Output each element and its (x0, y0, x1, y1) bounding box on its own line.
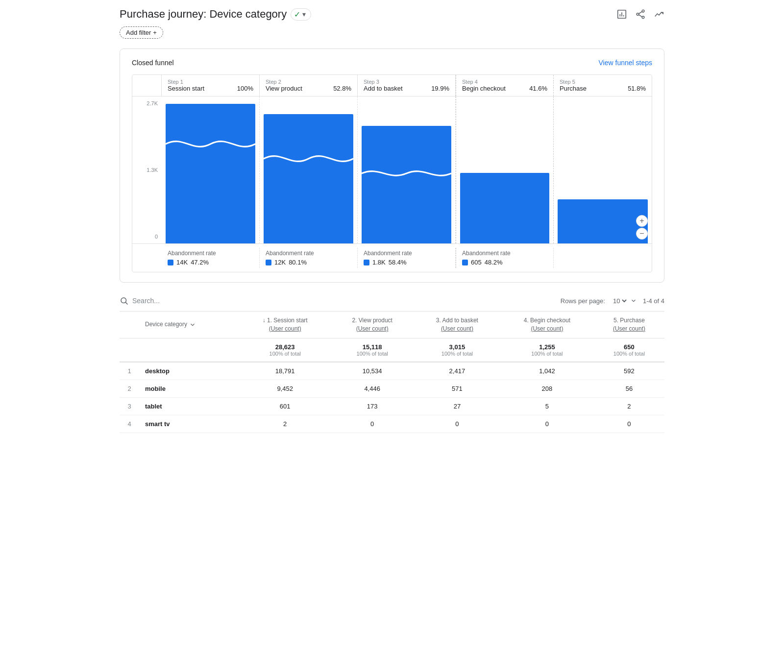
th-view-product: 2. View product (User count) (330, 312, 414, 338)
y-axis-top: 2.7K (134, 100, 158, 106)
bar-5 (558, 199, 648, 243)
session-start-1: 18,791 (240, 362, 331, 380)
y-axis: 2.7K 1.3K 0 (132, 96, 162, 243)
funnel-card-title: Closed funnel (132, 59, 174, 67)
abandonment-value-3: 1.8K 58.4% (364, 259, 449, 266)
zoom-in-button[interactable]: + (636, 215, 648, 227)
funnel-card-header: Closed funnel View funnel steps (132, 59, 652, 67)
abandonment-label-1: Abandonment rate (168, 250, 253, 257)
begin-checkout-2: 208 (500, 380, 594, 397)
page-header: Purchase journey: Device category ✓ ▾ (120, 8, 664, 21)
step-pct-4: 41.6% (529, 85, 547, 92)
step-name-4: Begin checkout (462, 85, 506, 92)
th-session-label: ↓ 1. Session start (245, 316, 325, 325)
total-purchase-value: 650 (624, 343, 635, 351)
th-device-label: Device category (145, 320, 187, 329)
th-view-sub: (User count) (336, 325, 408, 333)
bar-2 (264, 114, 353, 243)
abandonment-label-3: Abandonment rate (364, 250, 449, 257)
status-badge[interactable]: ✓ ▾ (291, 8, 311, 21)
funnel-card: Closed funnel View funnel steps Step 1 S… (120, 48, 664, 283)
purchase-2: 56 (594, 380, 664, 397)
table-row: 2 mobile 9,452 4,446 571 208 56 (120, 380, 664, 397)
add-basket-1: 2,417 (414, 362, 500, 380)
device-name-2: mobile (145, 385, 166, 392)
th-session-start: ↓ 1. Session start (User count) (240, 312, 331, 338)
add-filter-label: Add filter (126, 29, 151, 36)
share-icon-button[interactable] (635, 9, 646, 20)
add-basket-2: 571 (414, 380, 500, 397)
abandonment-pct-3: 58.4% (389, 259, 407, 266)
funnel-bars-area: 2.7K 1.3K 0 (132, 96, 652, 243)
begin-checkout-3: 5 (500, 397, 594, 415)
abandonment-cell-3: Abandonment rate 1.8K 58.4% (358, 248, 456, 268)
pagination-label: 1-4 of 4 (643, 297, 664, 305)
device-cell-3: tablet (139, 397, 240, 415)
rows-per-page-control: 10 25 50 (611, 297, 637, 305)
abandonment-label-2: Abandonment rate (266, 250, 351, 257)
total-session-start: 28,623 100% of total (240, 338, 331, 362)
th-basket-label: 3. Add to basket (420, 316, 494, 325)
abandonment-cell-5 (554, 248, 652, 268)
step-label-5: Step 5 (560, 79, 646, 85)
abandonment-pct-2: 80.1% (289, 259, 307, 266)
view-product-2: 4,446 (330, 380, 414, 397)
th-add-basket: 3. Add to basket (User count) (414, 312, 500, 338)
table-header-row: Device category ↓ 1. Session start (User… (120, 312, 664, 338)
view-funnel-steps-link[interactable]: View funnel steps (599, 59, 652, 67)
table-section: Rows per page: 10 25 50 1-4 of 4 (120, 290, 664, 433)
add-filter-button[interactable]: Add filter + (120, 26, 163, 39)
data-table: Device category ↓ 1. Session start (User… (120, 312, 664, 433)
bar-col-3 (358, 96, 456, 243)
y-axis-bottom: 0 (134, 234, 158, 240)
add-basket-4: 0 (414, 415, 500, 432)
step-pct-2: 52.8% (333, 85, 351, 92)
total-view-value: 15,118 (363, 343, 382, 351)
step-name-5: Purchase (560, 85, 587, 92)
begin-checkout-1: 1,042 (500, 362, 594, 380)
add-basket-3: 27 (414, 397, 500, 415)
device-cell-2: mobile (139, 380, 240, 397)
abandonment-count-2: 12K (274, 259, 286, 266)
th-view-label: 2. View product (336, 316, 408, 325)
total-checkout-value: 1,255 (539, 343, 555, 351)
step-label-2: Step 2 (266, 79, 351, 85)
view-product-4: 0 (330, 415, 414, 432)
table-toolbar: Rows per page: 10 25 50 1-4 of 4 (120, 290, 664, 312)
abandonment-count-3: 1.8K (372, 259, 386, 266)
purchase-4: 0 (594, 415, 664, 432)
step-pct-3: 19.9% (431, 85, 449, 92)
abandonment-pct-1: 47.2% (191, 259, 209, 266)
device-cell-1: desktop (139, 362, 240, 380)
abandonment-value-1: 14K 47.2% (168, 259, 253, 266)
search-icon (120, 296, 128, 305)
trend-icon-button[interactable] (654, 9, 664, 20)
svg-line-10 (125, 302, 127, 304)
th-begin-checkout: 4. Begin checkout (User count) (500, 312, 594, 338)
step-pct-5: 51.8% (628, 85, 646, 92)
abandonment-label-4: Abandonment rate (462, 250, 547, 257)
blue-square-4 (462, 260, 468, 265)
search-area (120, 296, 279, 305)
device-col-sort[interactable]: Device category (145, 320, 234, 329)
table-total-row: 28,623 100% of total 15,118 100% of tota… (120, 338, 664, 362)
zoom-out-button[interactable]: − (636, 228, 648, 240)
search-input[interactable] (132, 297, 279, 305)
chart-icon-button[interactable] (616, 9, 627, 20)
step-label-4: Step 4 (462, 79, 547, 85)
total-basket-value: 3,015 (449, 343, 466, 351)
th-device[interactable]: Device category (139, 312, 240, 338)
device-sort-chevron-icon (189, 321, 196, 328)
pagination-area: Rows per page: 10 25 50 1-4 of 4 (561, 297, 664, 305)
blue-square-2 (266, 260, 271, 265)
filter-bar: Add filter + (120, 26, 664, 39)
svg-line-7 (639, 12, 642, 14)
step-name-2: View product (266, 85, 302, 92)
bar-col-4 (456, 96, 554, 243)
total-checkout-sub: 100% of total (506, 351, 588, 357)
total-view-sub: 100% of total (336, 351, 408, 357)
session-start-2: 9,452 (240, 380, 331, 397)
svg-line-8 (639, 15, 642, 17)
abandonment-value-2: 12K 80.1% (266, 259, 351, 266)
rows-per-page-select[interactable]: 10 25 50 (611, 297, 628, 305)
